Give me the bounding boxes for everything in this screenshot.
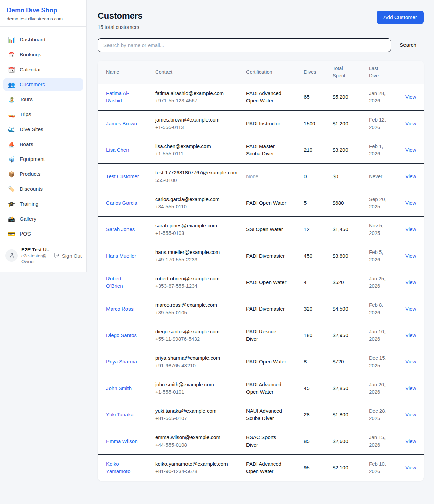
view-link[interactable]: View <box>405 173 416 179</box>
view-link[interactable]: View <box>405 332 416 338</box>
customer-email: lisa.chen@example.com <box>155 143 239 150</box>
customer-name-link[interactable]: John Smith <box>106 385 132 392</box>
diving-mask-icon: 🤿 <box>8 156 15 163</box>
customer-name-link[interactable]: Robert O'Brien <box>106 275 139 290</box>
customer-certification: PADI Master Scuba Diver <box>246 143 288 158</box>
view-link[interactable]: View <box>405 385 416 391</box>
customer-name-link[interactable]: Emma Wilson <box>106 437 138 445</box>
customer-row: John Smithjohn.smith@example.com+1-555-0… <box>98 375 424 402</box>
view-link[interactable]: View <box>405 438 416 444</box>
customer-count: 15 total customers <box>98 24 142 30</box>
customer-email: john.smith@example.com <box>155 381 239 389</box>
user-box: E2E Test U... e2e-tester@... Owner Sign … <box>0 242 86 272</box>
label-tag-icon: 🏷️ <box>8 186 15 192</box>
customer-last-dive: Feb 5, 2026 <box>369 248 390 264</box>
sidebar-item-dive-sites[interactable]: 🌊Dive Sites <box>3 123 83 135</box>
app-root: Demo Dive Shop demo.test.divestreams.com… <box>0 0 434 504</box>
sidebar-item-tours[interactable]: 🏝️Tours <box>3 93 83 106</box>
add-customer-button[interactable]: Add Customer <box>377 11 424 24</box>
customer-email: marco.rossi@example.com <box>155 301 239 309</box>
customer-phone: +1-555-0103 <box>155 229 239 237</box>
view-link[interactable]: View <box>405 359 416 365</box>
sidebar-item-label: Discounts <box>20 186 43 192</box>
customer-name-link[interactable]: Carlos Garcia <box>106 199 137 207</box>
sidebar-item-discounts[interactable]: 🏷️Discounts <box>3 183 83 195</box>
search-button[interactable]: Search <box>391 42 424 48</box>
view-link[interactable]: View <box>405 200 416 206</box>
customer-row: Carlos Garciacarlos.garcia@example.com+3… <box>98 190 424 216</box>
view-link[interactable]: View <box>405 412 416 417</box>
view-link[interactable]: View <box>405 147 416 153</box>
customer-name-link[interactable]: Diego Santos <box>106 332 137 339</box>
customer-phone: +39-555-0105 <box>155 309 239 317</box>
customer-last-dive: Jan 25, 2026 <box>369 275 390 290</box>
customer-name-link[interactable]: Fatima Al-Rashid <box>106 90 139 105</box>
view-link[interactable]: View <box>405 120 416 126</box>
view-link[interactable]: View <box>405 279 416 285</box>
customer-name-link[interactable]: Yuki Tanaka <box>106 411 134 419</box>
sidebar: Demo Dive Shop demo.test.divestreams.com… <box>0 0 87 272</box>
customer-total-spent: $5,200 <box>333 84 369 110</box>
sidebar-item-products[interactable]: 📦Products <box>3 168 83 180</box>
customer-name-link[interactable]: Priya Sharma <box>106 358 137 366</box>
customer-phone: +353-87-555-1234 <box>155 282 239 290</box>
customer-name-link[interactable]: Marco Rossi <box>106 305 134 313</box>
bar-chart-icon: 📊 <box>8 37 15 43</box>
sidebar-item-label: Training <box>20 201 38 207</box>
customer-email: carlos.garcia@example.com <box>155 195 239 203</box>
customer-name-link[interactable]: James Brown <box>106 120 137 128</box>
sign-out-button[interactable]: Sign Out <box>54 252 82 259</box>
page-title: Customers <box>98 11 142 21</box>
customer-certification: PADI Advanced Open Water <box>246 381 288 396</box>
sidebar-item-customers[interactable]: 👥Customers <box>3 78 83 91</box>
sidebar-item-training[interactable]: 🎓Training <box>3 198 83 210</box>
customer-dives: 12 <box>304 216 333 243</box>
customer-name-link[interactable]: Test Customer <box>106 173 139 181</box>
customer-name-link[interactable]: Sarah Jones <box>106 226 135 234</box>
sidebar-item-boats[interactable]: ⛵Boats <box>3 138 83 150</box>
customer-name-link[interactable]: Keiko Yamamoto <box>106 460 139 475</box>
sidebar-item-label: Boats <box>20 141 33 147</box>
customer-email: robert.obrien@example.com <box>155 275 239 283</box>
customer-email: hans.mueller@example.com <box>155 248 239 256</box>
customer-name-link[interactable]: Hans Mueller <box>106 252 136 260</box>
search-row: Search <box>98 38 424 52</box>
customer-certification: PADI Rescue Diver <box>246 328 288 343</box>
motorboat-icon: 🚤 <box>8 111 15 118</box>
customer-dives: 45 <box>304 375 333 402</box>
customer-last-dive: Never <box>369 173 382 181</box>
customer-phone: +81-90-1234-5678 <box>155 468 239 475</box>
customer-row: Marco Rossimarco.rossi@example.com+39-55… <box>98 296 424 322</box>
customer-row: Robert O'Brienrobert.obrien@example.com+… <box>98 269 424 296</box>
column-header-dives: Dives <box>304 61 333 84</box>
sidebar-item-equipment[interactable]: 🤿Equipment <box>3 153 83 165</box>
view-link[interactable]: View <box>405 465 416 470</box>
customer-name-link[interactable]: Lisa Chen <box>106 146 129 154</box>
customer-total-spent: $0 <box>333 163 369 190</box>
customer-phone: +81-555-0107 <box>155 415 239 423</box>
customer-dives: 0 <box>304 163 333 190</box>
sidebar-item-dashboard[interactable]: 📊Dashboard <box>3 34 83 46</box>
calendar-date-icon: 📅 <box>8 52 15 58</box>
user-info: E2E Test U... e2e-tester@... Owner <box>21 247 50 264</box>
customer-last-dive: Dec 28, 2025 <box>369 407 390 423</box>
customer-phone: +91-98765-43210 <box>155 362 239 370</box>
customer-phone: +44-555-0108 <box>155 441 239 449</box>
view-link[interactable]: View <box>405 253 416 259</box>
sidebar-item-calendar[interactable]: 📆Calendar <box>3 63 83 76</box>
customer-phone: +1-555-0113 <box>155 124 239 131</box>
search-input[interactable] <box>98 38 391 52</box>
view-link[interactable]: View <box>405 306 416 312</box>
sidebar-item-label: Bookings <box>20 52 41 58</box>
customer-last-dive: Jan 15, 2026 <box>369 434 390 449</box>
customer-dives: 95 <box>304 454 333 481</box>
sidebar-item-pos[interactable]: 💳POS <box>3 228 83 240</box>
sidebar-item-trips[interactable]: 🚤Trips <box>3 108 83 120</box>
view-link[interactable]: View <box>405 94 416 100</box>
customer-email: sarah.jones@example.com <box>155 222 239 230</box>
sidebar-item-gallery[interactable]: 📸Gallery <box>3 213 83 225</box>
sidebar-item-bookings[interactable]: 📅Bookings <box>3 49 83 61</box>
view-link[interactable]: View <box>405 226 416 232</box>
column-header-actions <box>405 61 424 84</box>
customer-total-spent: $720 <box>333 349 369 375</box>
